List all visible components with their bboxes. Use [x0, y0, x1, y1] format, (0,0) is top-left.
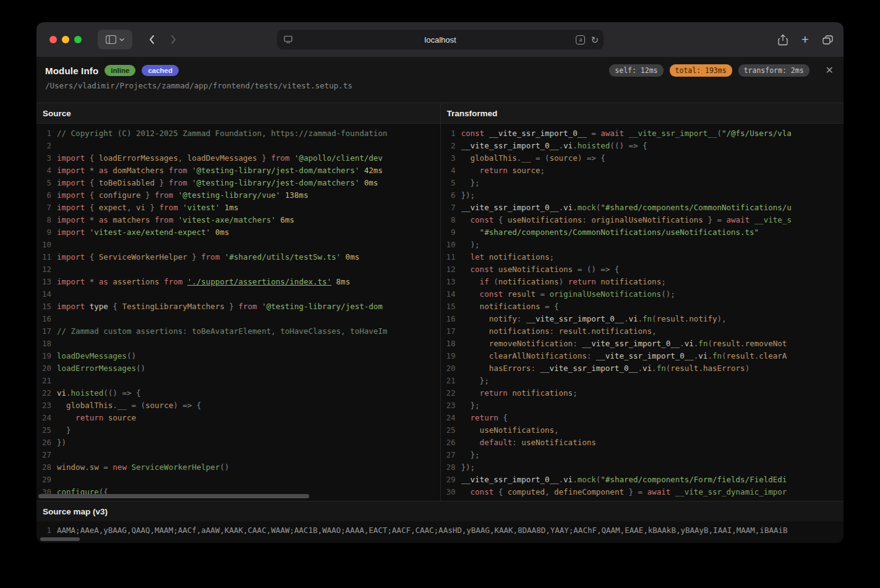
- code-token: ServiceWorkerHelper: [99, 252, 187, 262]
- sourcemap-mappings: AAMA;AAeA,yBAAG,QAAQ,MAAM;AACf,aAAW,KAAK…: [57, 524, 844, 537]
- code-token: = {: [540, 302, 558, 311]
- code-token: from: [160, 203, 178, 212]
- transformed-code-view[interactable]: 1const __vite_ssr_import_0__ = await __v…: [441, 124, 844, 501]
- code-line: 25 }: [36, 424, 440, 437]
- line-number: 14: [39, 288, 51, 300]
- close-icon[interactable]: ✕: [826, 66, 834, 75]
- code-text: [57, 140, 440, 152]
- address-bar[interactable]: localhost a ↻: [277, 30, 604, 49]
- code-token: [461, 178, 471, 187]
- code-token: [461, 277, 480, 286]
- code-token: [461, 388, 480, 398]
- code-token: = (: [531, 153, 549, 163]
- line-number: 6: [443, 189, 456, 202]
- code-token: = (: [127, 401, 145, 410]
- address-bar-actions: a ↻: [576, 30, 599, 49]
- code-token: hasErrors: [489, 364, 531, 373]
- code-line: 1const __vite_ssr_import_0__ = await __v…: [441, 127, 844, 140]
- page-preview-icon: [284, 35, 293, 43]
- code-text: removeNotification: __vite_ssr_import_0_…: [461, 338, 844, 350]
- code-text: import { toBeDisabled } from '@testing-l…: [57, 177, 440, 189]
- code-token: from: [201, 252, 220, 262]
- code-token: __vite_ssr_import_0__: [461, 141, 559, 150]
- code-token: __vite_ssr_import_0__: [526, 314, 624, 323]
- code-token: originalUseNotifications: [591, 215, 703, 224]
- code-token: fn: [712, 351, 722, 360]
- code-token: .: [85, 462, 90, 472]
- code-token: "#shared/components/CommonNotifications/…: [600, 203, 792, 212]
- code-line: 3import { loadErrorMessages, loadDevMess…: [36, 152, 440, 164]
- line-number: 5: [39, 177, 51, 189]
- code-token: __vite_ssr_import_0__: [582, 339, 680, 348]
- code-token: (): [136, 364, 145, 373]
- code-token: notifications: [484, 252, 549, 262]
- code-token: originalUseNotifications: [550, 289, 662, 299]
- minimize-window-button[interactable]: [62, 36, 69, 43]
- code-token: 'vitest-axe/matchers': [173, 215, 276, 224]
- code-token: *: [85, 215, 99, 224]
- code-token: [461, 401, 471, 410]
- code-token: loadDevMessages: [187, 153, 257, 163]
- code-line: 13 if (notifications) return notificatio…: [441, 276, 844, 288]
- code-token: 0ms: [341, 252, 359, 262]
- code-token: ,: [554, 425, 559, 435]
- share-button[interactable]: [773, 30, 793, 49]
- code-text: return source: [57, 412, 440, 424]
- code-token: __vite_ssr_import_0__: [540, 364, 638, 373]
- chevron-left-icon: [148, 35, 155, 45]
- line-number: 19: [443, 350, 456, 362]
- code-line: 27 };: [441, 449, 844, 461]
- code-token: '#shared/utils/testSw.ts': [220, 252, 341, 262]
- line-number: 13: [39, 276, 51, 288]
- line-number: 2: [443, 140, 456, 152]
- code-token: 8ms: [331, 277, 350, 286]
- code-text: import * as assertions from './support/a…: [57, 276, 440, 288]
- code-line: 13import * as assertions from './support…: [36, 276, 440, 288]
- line-number: 20: [39, 362, 51, 375]
- line-number: 29: [443, 474, 456, 486]
- code-token: source: [508, 166, 540, 175]
- horizontal-scrollbar[interactable]: [38, 494, 309, 498]
- code-token: result: [559, 326, 587, 336]
- code-token: loadDevMessages: [57, 351, 127, 360]
- tab-overview-button[interactable]: [818, 30, 837, 49]
- horizontal-scrollbar[interactable]: [40, 537, 80, 541]
- code-token: {: [85, 153, 99, 163]
- line-number: 22: [443, 387, 456, 399]
- module-link[interactable]: './support/assertions/index.ts': [187, 277, 331, 286]
- code-text: import type { TestingLibraryMatchers } f…: [57, 300, 440, 313]
- code-token: [461, 166, 480, 175]
- code-token: // Copyright (C) 2012-2025 Zammad Founda…: [57, 129, 387, 138]
- sourcemap-title: Source map (v3): [36, 501, 844, 521]
- content-blocker-icon[interactable]: a: [576, 35, 585, 45]
- close-window-button[interactable]: [49, 36, 57, 43]
- code-token: ,: [652, 326, 657, 336]
- code-token: "#shared/components/Form/fields/FieldEdi: [600, 475, 787, 484]
- code-token: ;: [540, 166, 545, 175]
- code-token: '@testing-library/jest-dom: [257, 302, 383, 311]
- code-token: result: [503, 289, 536, 299]
- line-number: 27: [443, 449, 456, 461]
- back-button[interactable]: [142, 30, 161, 49]
- code-token: assertions: [108, 277, 160, 286]
- code-token: [461, 265, 471, 274]
- code-line: 28window.sw = new ServiceWorkerHelper(): [36, 461, 440, 474]
- line-number: 16: [39, 313, 51, 325]
- source-code-view[interactable]: 1// Copyright (C) 2012-2025 Zammad Found…: [36, 124, 440, 501]
- line-number: 16: [443, 313, 456, 325]
- code-line: 21: [36, 375, 440, 387]
- code-line: 25 useNotifications,: [441, 424, 844, 437]
- code-token: };: [480, 376, 489, 385]
- new-tab-button[interactable]: +: [795, 30, 815, 49]
- line-number: 18: [39, 338, 51, 350]
- code-token: expect: [99, 203, 127, 212]
- sidebar-toggle-button[interactable]: [98, 30, 132, 49]
- fullscreen-window-button[interactable]: [74, 36, 82, 43]
- code-token: [57, 425, 66, 435]
- line-number: 24: [443, 412, 456, 424]
- reload-icon[interactable]: ↻: [591, 35, 599, 45]
- code-text: import { loadErrorMessages, loadDevMessa…: [57, 152, 440, 164]
- forward-button[interactable]: [164, 30, 184, 49]
- code-token: });: [461, 190, 476, 200]
- line-number: 1: [39, 524, 51, 537]
